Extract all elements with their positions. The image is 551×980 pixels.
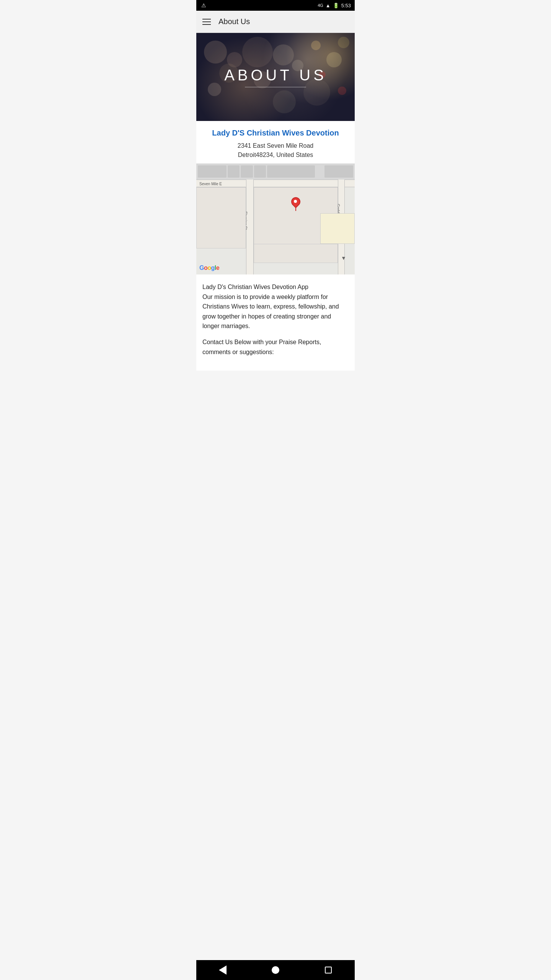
app-bar: About Us (196, 11, 355, 33)
church-name: Lady D'S Christian Wives Devotion (202, 129, 349, 137)
strip-block-1 (198, 165, 227, 178)
description-section: Lady D's Christian Wives Devotion AppOur… (196, 274, 355, 371)
status-bar: ⚠ 4G ▲ 🔋 5:53 (196, 0, 355, 11)
hero-underline (245, 87, 306, 87)
signal-bars-icon: ▲ (326, 3, 331, 8)
strip-block-5 (267, 165, 315, 178)
hero-title: ABOUT US (224, 67, 327, 84)
map-block-bottom (254, 244, 338, 263)
google-logo: Google (199, 265, 219, 271)
description-para1: Lady D's Christian Wives Devotion AppOur… (202, 282, 349, 331)
strip-block-6 (324, 165, 353, 178)
church-address: 2341 East Seven Mile Road Detroit48234, … (202, 141, 349, 160)
map-down-arrow: ▼ (341, 255, 346, 261)
church-info: Lady D'S Christian Wives Devotion 2341 E… (196, 121, 355, 163)
status-left: ⚠ (200, 2, 207, 9)
map-block-left (196, 187, 246, 248)
pin-dot (294, 200, 297, 203)
status-right: 4G ▲ 🔋 5:53 (318, 3, 351, 8)
map-container[interactable]: Seven Mile E Fleming St Goddard St ▼ Goo… (196, 163, 355, 274)
map-block-yellow (320, 213, 355, 244)
address-line2: Detroit48234, United States (238, 152, 313, 158)
seven-mile-label: Seven Mile E (199, 182, 222, 186)
signal-icon: 4G (318, 3, 323, 8)
hamburger-menu-icon[interactable] (202, 19, 211, 25)
description-para2: Contact Us Below with your Praise Report… (202, 337, 349, 357)
battery-icon: 🔋 (333, 3, 339, 8)
warning-icon: ⚠ (200, 2, 207, 9)
time-display: 5:53 (341, 3, 351, 8)
map-pin (291, 197, 300, 211)
strip-block-2 (228, 165, 240, 178)
strip-block-3 (241, 165, 253, 178)
strip-block-4 (254, 165, 266, 178)
map-top-strip (196, 163, 355, 180)
address-line1: 2341 East Seven Mile Road (238, 142, 313, 149)
page-title: About Us (218, 17, 250, 26)
hero-banner: ABOUT US (196, 33, 355, 121)
